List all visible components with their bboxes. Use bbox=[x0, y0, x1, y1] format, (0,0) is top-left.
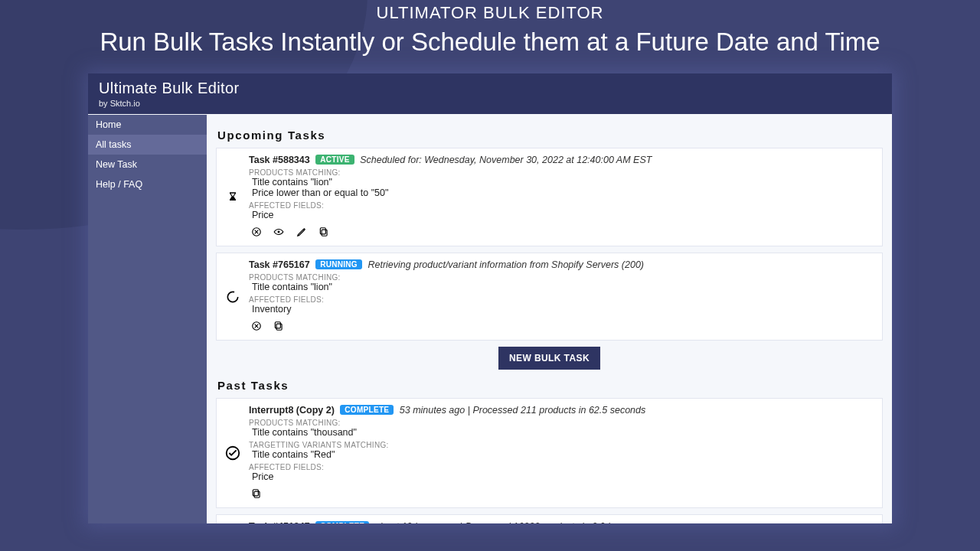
hero-subtitle: Run Bulk Tasks Instantly or Schedule the… bbox=[0, 28, 980, 57]
hero-title: ULTIMATOR BULK EDITOR bbox=[0, 0, 980, 23]
app-window: Ultimate Bulk Editor by Sktch.io Home Al… bbox=[88, 73, 892, 523]
products-matching-label: PRODUCTS MATCHING: bbox=[249, 419, 874, 427]
affected-field: Price bbox=[252, 471, 874, 482]
sidebar-item-all-tasks[interactable]: All tasks bbox=[88, 135, 207, 155]
task-meta: Scheduled for: Wednesday, November 30, 2… bbox=[360, 155, 652, 165]
close-icon[interactable] bbox=[249, 319, 264, 333]
status-badge: COMPLETE bbox=[315, 521, 369, 523]
task-name: Task #765167 bbox=[249, 259, 310, 270]
check-circle-icon bbox=[224, 445, 241, 461]
task-name: Interrupt8 (Copy 2) bbox=[249, 405, 335, 416]
task-header: Task #451847 COMPLETE about 19 hours ago… bbox=[249, 521, 874, 523]
task-card: Interrupt8 (Copy 2) COMPLETE 53 minutes … bbox=[216, 398, 883, 508]
sidebar: Home All tasks New Task Help / FAQ bbox=[88, 115, 207, 523]
status-badge: RUNNING bbox=[315, 259, 362, 269]
svg-rect-9 bbox=[254, 491, 260, 497]
affected-field: Price bbox=[252, 210, 874, 220]
app-title: Ultimate Bulk Editor bbox=[99, 80, 881, 97]
sidebar-item-label: New Task bbox=[96, 159, 137, 170]
affected-field: Inventory bbox=[252, 304, 874, 315]
sidebar-item-home[interactable]: Home bbox=[88, 115, 207, 135]
svg-point-4 bbox=[227, 292, 237, 302]
sidebar-item-help-faq[interactable]: Help / FAQ bbox=[88, 174, 207, 194]
copy-icon[interactable] bbox=[316, 225, 332, 239]
variant-line: Title contains "Red" bbox=[252, 449, 874, 460]
criteria-line: Price lower than or equal to "50" bbox=[252, 187, 874, 198]
task-header: Task #765167 RUNNING Retrieving product/… bbox=[249, 259, 874, 270]
pencil-icon[interactable] bbox=[294, 225, 309, 239]
criteria-line: Title contains "thousand" bbox=[252, 427, 874, 438]
spinner-icon bbox=[224, 289, 241, 305]
task-actions bbox=[249, 487, 874, 501]
svg-rect-10 bbox=[253, 490, 258, 496]
affected-fields-label: AFFECTED FIELDS: bbox=[249, 295, 874, 304]
close-icon[interactable] bbox=[249, 225, 264, 239]
status-badge: COMPLETE bbox=[340, 405, 394, 415]
task-actions bbox=[249, 225, 874, 240]
sidebar-item-label: Help / FAQ bbox=[96, 179, 142, 190]
svg-rect-3 bbox=[321, 228, 326, 234]
variants-matching-label: TARGETTING VARIANTS MATCHING: bbox=[249, 441, 874, 449]
products-matching-label: PRODUCTS MATCHING: bbox=[249, 273, 874, 282]
task-meta: Retrieving product/variant information f… bbox=[368, 259, 644, 270]
new-bulk-task-button[interactable]: NEW BULK TASK bbox=[498, 347, 600, 370]
sidebar-item-label: All tasks bbox=[96, 139, 132, 150]
criteria-line: Title contains "lion" bbox=[252, 177, 874, 187]
sidebar-item-label: Home bbox=[96, 119, 121, 130]
svg-rect-6 bbox=[277, 324, 283, 330]
hourglass-icon bbox=[224, 189, 241, 206]
svg-rect-7 bbox=[276, 322, 281, 328]
byline-prefix: by bbox=[99, 99, 110, 108]
section-past-title: Past Tasks bbox=[217, 379, 881, 392]
task-name: Task #588343 bbox=[249, 155, 310, 165]
task-card: Task #588343 ACTIVE Scheduled for: Wedne… bbox=[216, 148, 883, 246]
affected-fields-label: AFFECTED FIELDS: bbox=[249, 463, 874, 471]
task-actions bbox=[249, 319, 874, 334]
app-byline: by Sktch.io bbox=[99, 99, 881, 108]
copy-icon[interactable] bbox=[271, 319, 286, 333]
task-header: Interrupt8 (Copy 2) COMPLETE 53 minutes … bbox=[249, 405, 874, 416]
products-matching-label: PRODUCTS MATCHING: bbox=[249, 168, 874, 177]
svg-rect-2 bbox=[322, 230, 328, 236]
content: Upcoming Tasks Task #588343 ACTIVE Sched… bbox=[207, 115, 892, 523]
byline-brand: Sktch.io bbox=[110, 99, 140, 108]
task-card: Task #451847 COMPLETE about 19 hours ago… bbox=[216, 514, 883, 523]
status-badge: ACTIVE bbox=[315, 155, 354, 165]
task-meta: about 19 hours ago | Processed 16232 pro… bbox=[375, 521, 632, 523]
eye-icon[interactable] bbox=[271, 225, 286, 239]
task-header: Task #588343 ACTIVE Scheduled for: Wedne… bbox=[249, 155, 874, 165]
task-name: Task #451847 bbox=[249, 521, 310, 523]
criteria-line: Title contains "lion" bbox=[252, 282, 874, 292]
svg-point-1 bbox=[278, 231, 280, 233]
sidebar-item-new-task[interactable]: New Task bbox=[88, 155, 207, 174]
task-card: Task #765167 RUNNING Retrieving product/… bbox=[216, 253, 883, 341]
task-meta: 53 minutes ago | Processed 211 products … bbox=[400, 405, 646, 416]
copy-icon[interactable] bbox=[249, 487, 264, 500]
affected-fields-label: AFFECTED FIELDS: bbox=[249, 201, 874, 210]
section-upcoming-title: Upcoming Tasks bbox=[217, 129, 881, 142]
app-header: Ultimate Bulk Editor by Sktch.io bbox=[88, 73, 892, 114]
